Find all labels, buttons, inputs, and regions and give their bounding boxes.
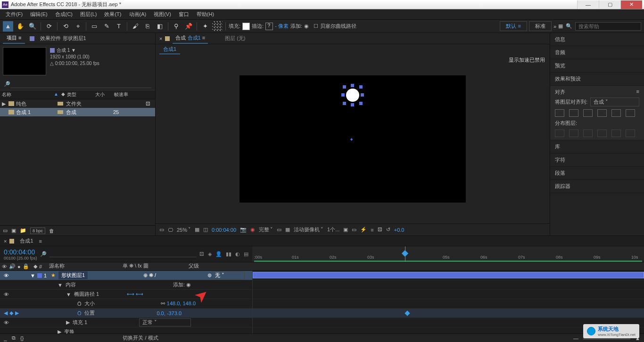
resolution-dropdown[interactable]: 完整 ˅: [259, 226, 273, 233]
reset-exposure-icon[interactable]: ↺: [386, 227, 390, 233]
zoom-dropdown[interactable]: 25% ˅: [177, 227, 191, 233]
col-fps[interactable]: 帧速率: [114, 91, 128, 98]
transparency-icon[interactable]: ▦: [285, 227, 290, 233]
eye-icon[interactable]: 👁: [4, 292, 9, 297]
prop-position[interactable]: ◀◆▶Ö位置 0.0, -373.0: [0, 309, 644, 318]
monitor-icon[interactable]: 🖵: [168, 227, 173, 233]
tab-project[interactable]: 项目 ≡: [3, 33, 25, 44]
menu-view[interactable]: 视图(V): [151, 10, 174, 19]
roto-tool[interactable]: ⚲: [171, 21, 182, 32]
fast-preview-icon[interactable]: ⚡: [360, 227, 367, 233]
stopwatch-active-icon[interactable]: Ö: [77, 310, 82, 316]
eye-icon[interactable]: 👁: [4, 320, 9, 326]
handle-br[interactable]: [359, 102, 363, 105]
exposure-value[interactable]: +0.0: [394, 227, 405, 233]
text-tool[interactable]: T: [114, 21, 124, 32]
3d-icon[interactable]: ▣: [343, 227, 348, 233]
prop-transform[interactable]: ▶变换: [0, 327, 644, 334]
comp-thumbnail[interactable]: [3, 47, 46, 75]
menu-animation[interactable]: 动画(A): [126, 10, 149, 19]
local-axis-icon[interactable]: ✦: [200, 21, 210, 32]
bpc-button[interactable]: 8 bpc: [30, 228, 45, 234]
snapshot-icon[interactable]: 📷: [240, 227, 247, 233]
project-search-input[interactable]: [10, 80, 151, 88]
align-bottom-icon[interactable]: [626, 109, 635, 117]
playhead[interactable]: [405, 246, 405, 262]
label-col-icon[interactable]: ◆: [33, 263, 37, 269]
align-right-icon[interactable]: [583, 109, 593, 117]
close-tab-icon[interactable]: ×: [159, 36, 162, 41]
close-tl-tab-icon[interactable]: ×: [4, 238, 7, 244]
maximize-button[interactable]: ▢: [599, 0, 620, 9]
prop-contents[interactable]: ▼内容 添加: ◉: [0, 280, 644, 290]
draft3d-icon[interactable]: ◈: [208, 251, 212, 257]
mask-toggle-icon[interactable]: ◫: [203, 227, 208, 233]
col-label-icon[interactable]: ◆: [61, 91, 67, 98]
parent-dropdown[interactable]: 无 ˅: [212, 271, 245, 279]
new-comp-icon[interactable]: ▣: [11, 228, 16, 234]
col-type[interactable]: 类型: [67, 91, 95, 98]
layer-name[interactable]: 形状图层1: [58, 271, 88, 279]
handle-t[interactable]: [351, 84, 354, 87]
panel-tracker[interactable]: 跟踪器: [550, 180, 644, 193]
anchor-point-icon[interactable]: ✦: [349, 137, 356, 143]
time-ruler[interactable]: :00s 01s 02s 03s 05s 06s 07s 08s 09s 10s: [252, 246, 644, 262]
zoom-out-icon[interactable]: —: [573, 335, 578, 341]
pixel-aspect-icon[interactable]: ▭: [352, 227, 356, 233]
kf-add[interactable]: ◆: [9, 310, 13, 316]
menu-edit[interactable]: 编辑(E): [27, 10, 50, 19]
panel-character[interactable]: 字符: [550, 154, 644, 167]
prop-fill[interactable]: 👁▶填充 1 正常 ˅: [0, 318, 644, 327]
search-help-input[interactable]: [575, 22, 641, 31]
align-to-dropdown[interactable]: 合成 ˅: [590, 98, 639, 106]
stroke-width[interactable]: - 像素: [275, 23, 289, 30]
fill-label[interactable]: 填充:: [229, 23, 240, 30]
magnify-icon[interactable]: ▭: [159, 227, 164, 233]
handle-tr[interactable]: [359, 85, 363, 89]
fill-swatch[interactable]: [242, 23, 250, 30]
align-vc-icon[interactable]: [611, 109, 621, 117]
stroke-label[interactable]: 描边:: [252, 23, 264, 30]
brush-tool[interactable]: 🖌: [130, 21, 140, 32]
graph-editor-icon[interactable]: ▤: [244, 251, 248, 257]
switch-mode-label[interactable]: 切换开关 / 模式: [123, 334, 158, 342]
clone-tool[interactable]: ⎘: [142, 21, 153, 32]
workspace-default[interactable]: 默认 ≡: [500, 21, 527, 31]
eye-col-icon[interactable]: 👁: [2, 264, 7, 269]
panel-effects[interactable]: 效果和预设: [550, 73, 644, 86]
layer-row-1[interactable]: 👁 ▼1 ★ 形状图层1 ⊕ ❋ / ⊚无 ˅: [0, 271, 644, 280]
tl-tab-comp1[interactable]: 合成1: [17, 236, 36, 245]
menu-file[interactable]: 文件(F): [3, 10, 25, 19]
reset-workspace-icon[interactable]: ▦: [558, 23, 563, 29]
project-row-solids[interactable]: ▶ 纯色 文件夹 ⚄: [0, 99, 155, 108]
minimize-button[interactable]: —: [577, 0, 599, 9]
panel-audio[interactable]: 音频: [550, 46, 644, 59]
menu-help[interactable]: 帮助(H): [194, 10, 217, 19]
panel-info[interactable]: 信息: [550, 33, 644, 46]
zoom-tool[interactable]: 🔍: [27, 21, 38, 32]
project-row-comp1[interactable]: 合成 1 合成 25: [0, 108, 155, 116]
speaker-col-icon[interactable]: 🔊: [9, 263, 16, 269]
work-area-bar[interactable]: [254, 261, 642, 262]
handle-r[interactable]: [361, 93, 364, 97]
prop-size[interactable]: Ö大小 ⚯148.0, 148.0: [0, 299, 644, 309]
timeline-search-input[interactable]: [50, 251, 197, 257]
stopwatch-icon[interactable]: Ö: [77, 301, 82, 307]
menu-window[interactable]: 窗口: [176, 10, 192, 19]
col-parent[interactable]: 父级: [189, 262, 250, 270]
panel-library[interactable]: 库: [550, 140, 644, 154]
sort-icon[interactable]: ▲: [54, 91, 58, 98]
timeline-timecode[interactable]: 0:00:04:00: [4, 248, 37, 256]
comp-name[interactable]: 合成 1 ▼: [57, 47, 76, 54]
flowchart2-icon[interactable]: ⚄: [378, 227, 382, 233]
bezier-checkbox[interactable]: ☐: [314, 23, 318, 29]
handle-tl[interactable]: [343, 85, 346, 89]
hand-tool[interactable]: ✋: [15, 21, 25, 32]
menu-composition[interactable]: 合成(C): [52, 10, 75, 19]
add-button-icon[interactable]: ◉: [304, 23, 309, 29]
handle-b[interactable]: [351, 103, 354, 106]
toggle-render-icon[interactable]: {}: [20, 335, 24, 341]
tl-menu-icon[interactable]: ≡: [39, 238, 42, 244]
col-name[interactable]: 名称: [2, 91, 54, 98]
link-icon[interactable]: ⚯: [161, 301, 165, 306]
